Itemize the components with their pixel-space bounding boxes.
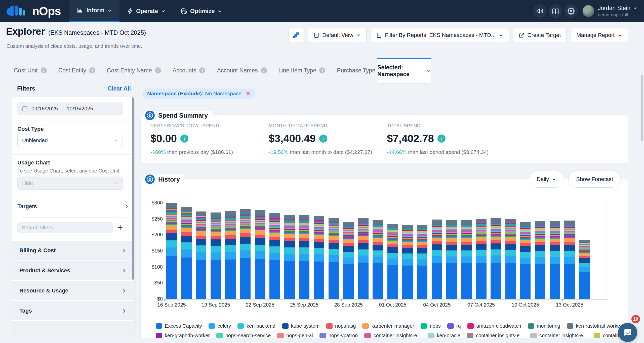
bar-08-oct-2025[interactable] (491, 218, 501, 299)
bar-11-oct-2025[interactable] (535, 221, 545, 299)
bar-28-sep-2025[interactable] (343, 222, 354, 299)
bar-17-sep-2025[interactable] (181, 207, 192, 299)
bar-16-sep-2025[interactable] (166, 203, 177, 299)
bar-18-sep-2025[interactable] (196, 211, 206, 299)
tab-cost-unit[interactable]: Cost Uniti (14, 67, 47, 74)
tab-account-names[interactable]: Account Namesi (217, 67, 267, 74)
legend-item-ken-graphdb-worker[interactable]: ken-graphdb-worker (156, 333, 210, 338)
legend-item-container-insights-2[interactable]: container insights-e... (467, 333, 524, 338)
legend-item-ken-backend[interactable]: ken-backend (237, 323, 275, 329)
legend-item-ken-rustotrail-worker[interactable]: ken-rustotrail-worke... (567, 323, 624, 329)
legend-item-monitoring[interactable]: monitoring (528, 323, 560, 329)
bar-segment-nops_asg (387, 244, 398, 247)
targets-row[interactable]: Targets (17, 203, 129, 210)
legend-item-container-insights-1[interactable]: container insights-e... (364, 333, 421, 338)
chat-launcher[interactable] (618, 323, 637, 342)
bar-04-oct-2025[interactable] (432, 220, 442, 299)
bar-19-sep-2025[interactable] (211, 212, 221, 299)
bar-01-oct-2025[interactable] (387, 224, 398, 299)
bar-segment-stripes (343, 226, 354, 239)
book-icon (552, 8, 559, 15)
bar-21-sep-2025[interactable] (240, 209, 251, 299)
bar-30-sep-2025[interactable] (373, 220, 383, 299)
sidebar-scrollbar[interactable] (132, 97, 134, 280)
cost-type-select[interactable]: Unblended (17, 134, 123, 147)
bar-14-oct-2025[interactable] (579, 240, 590, 299)
usage-chart-select[interactable]: Hide (17, 177, 123, 190)
legend-item-nops-vpatron[interactable]: nops-vpatron (319, 333, 358, 338)
tab-line-item-type[interactable]: Line Item Typei (278, 67, 325, 74)
tab-cost-entity-name[interactable]: Cost Entity Namei (107, 67, 161, 74)
manage-report-button[interactable]: Manage Report (571, 28, 628, 42)
nav-item-optimize[interactable]: Optimize (173, 0, 230, 22)
legend-item-nops-search-service[interactable]: nops-search-service (216, 333, 271, 338)
bar-27-sep-2025[interactable] (329, 218, 339, 299)
legend-item-excess-capacity[interactable]: Excess Capacity (156, 323, 202, 329)
tab-selected-namespace[interactable]: Selected: Namespace (377, 58, 431, 83)
bar-25-sep-2025[interactable] (299, 215, 309, 299)
megaphone-icon (536, 8, 543, 15)
bar-segment-ken_backend (358, 249, 369, 255)
sidebar-category-product-services[interactable]: Product & Services (12, 261, 134, 281)
settings-button[interactable] (564, 4, 578, 18)
legend-item-nops-asg[interactable]: nops-asg (326, 323, 356, 329)
default-view-button[interactable]: Default View (308, 28, 367, 42)
user-menu[interactable]: Jordan Stein demo-nops-full... (582, 5, 637, 18)
bar-segment-excess (240, 258, 251, 299)
nav-item-operate[interactable]: Operate (119, 0, 173, 22)
bar-06-oct-2025[interactable] (461, 220, 472, 299)
bar-03-oct-2025[interactable] (417, 225, 427, 299)
bar-segment-celery (255, 251, 265, 259)
bar-segment-nops_asg (505, 241, 516, 244)
container-insights-4-swatch (594, 333, 600, 338)
announcements-button[interactable] (533, 4, 547, 18)
legend-item-container-insights-3[interactable]: container insights-e... (530, 333, 587, 338)
bar-24-sep-2025[interactable] (284, 215, 295, 299)
bar-segment-cap (505, 219, 516, 224)
legend-item-celery[interactable]: celery (209, 323, 231, 329)
nav-item-inform[interactable]: Inform (69, 0, 120, 22)
legend-item-nops-gen-ai[interactable]: nops-gen-ai (277, 333, 313, 338)
x-axis-tick (297, 299, 297, 301)
add-filter-button[interactable]: + (117, 223, 123, 232)
bar-26-sep-2025[interactable] (314, 216, 324, 299)
date-range-picker[interactable]: 09/16/2025 - 10/15/2025 (17, 102, 123, 115)
legend-item-amazon-cloudwatch[interactable]: amazon-cloudwatch (467, 323, 521, 329)
bar-02-oct-2025[interactable] (402, 225, 413, 299)
clear-all-link[interactable]: Clear All (108, 85, 131, 92)
bar-12-oct-2025[interactable] (550, 221, 560, 299)
legend-item-karpenter-manager[interactable]: karpenter-manager (362, 323, 414, 329)
bar-segment-nops_asg (343, 243, 354, 246)
docs-button[interactable] (549, 4, 562, 18)
legend-item-nops[interactable]: nops (421, 323, 440, 329)
filter-chip-namespace-exclude[interactable]: Namespace (Exclude): No Namespace ✕ (142, 89, 255, 99)
sidebar-category-resource-usage[interactable]: Resource & Usage (12, 281, 134, 301)
create-target-button[interactable]: Create Target (513, 28, 567, 42)
monitoring-swatch (528, 323, 534, 329)
bar-09-oct-2025[interactable] (505, 219, 516, 299)
bar-29-sep-2025[interactable] (358, 218, 369, 299)
jira-button[interactable] (288, 28, 304, 42)
search-filters-input[interactable] (17, 222, 113, 233)
tab-accounts[interactable]: Accountsi (173, 67, 206, 74)
tab-cost-entity[interactable]: Cost Entityi (58, 67, 95, 74)
sidebar-category-billing-cost[interactable]: Billing & Cost (12, 241, 134, 261)
bar-13-oct-2025[interactable] (564, 221, 575, 299)
bar-07-oct-2025[interactable] (476, 219, 487, 299)
y-axis-label: $300 (141, 200, 163, 206)
legend-item-kube-system[interactable]: kube-system (282, 323, 319, 329)
chip-remove-icon[interactable]: ✕ (246, 91, 250, 97)
bar-segment-excess (211, 260, 221, 299)
bar-20-sep-2025[interactable] (225, 211, 236, 299)
filter-by-reports-button[interactable]: Filter By Reports: EKS Namespaces - MTD.… (371, 28, 509, 42)
nops-logo[interactable]: nOps (0, 0, 69, 22)
bar-segment-kube_system (520, 246, 531, 252)
legend-item-ken-oracle[interactable]: ken-oracle (428, 333, 460, 338)
bar-05-oct-2025[interactable] (446, 220, 457, 299)
bar-23-sep-2025[interactable] (269, 213, 280, 299)
bar-22-sep-2025[interactable] (255, 210, 265, 299)
sidebar-category-tags[interactable]: Tags (12, 301, 134, 321)
legend-item-rq[interactable]: rq (447, 323, 461, 329)
bar-10-oct-2025[interactable] (520, 222, 531, 299)
page-scrollbar[interactable] (641, 75, 643, 141)
